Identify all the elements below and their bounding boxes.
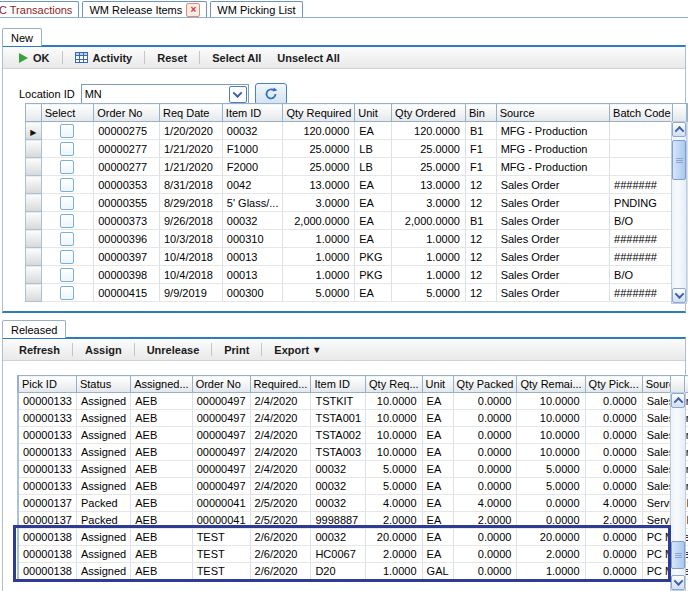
row-checkbox[interactable] [60, 268, 74, 282]
row-checkbox[interactable] [60, 196, 74, 210]
assign-button[interactable]: Assign [77, 342, 130, 358]
combo-dropdown-button[interactable] [229, 86, 247, 103]
table-row[interactable]: ▶000002751/20/202000032120.0000EA120.000… [26, 122, 688, 140]
column-header[interactable]: Item ID [311, 376, 366, 393]
cell: 0.0000 [585, 461, 642, 478]
table-row[interactable]: 0000039810/4/2018000131.0000PKG1.000012S… [26, 266, 688, 284]
row-selector[interactable] [26, 284, 42, 302]
column-header[interactable]: Req Date [159, 104, 222, 122]
table-row[interactable]: 00000133AssignedAEB000004972/4/2020TSTA0… [18, 410, 688, 427]
location-id-combo[interactable]: MN [81, 84, 249, 105]
tab-released[interactable]: Released [2, 320, 66, 338]
column-header[interactable]: Select [41, 104, 94, 122]
column-header[interactable]: Qty Req... [366, 376, 423, 393]
table-row[interactable]: 00000133AssignedAEB000004972/4/2020TSTA0… [18, 444, 688, 461]
ok-button[interactable]: OK [11, 50, 58, 66]
table-row[interactable]: 00000138AssignedAEBTEST2/6/2020HC00672.0… [18, 546, 688, 563]
table-row[interactable]: 0000039710/4/2018000131.0000PKG1.000012S… [26, 248, 688, 266]
column-header[interactable]: Qty Packed [453, 376, 517, 393]
reset-button[interactable]: Reset [149, 50, 195, 66]
vertical-scrollbar[interactable] [671, 121, 687, 304]
tab-c-transactions[interactable]: C Transactions [0, 1, 79, 17]
cell: 4.0000 [585, 495, 642, 512]
cell: 0.0000 [453, 563, 517, 580]
table-row[interactable]: 00000133AssignedAEB000004972/4/202000032… [18, 478, 688, 495]
cell: 00013 [222, 248, 283, 266]
table-row[interactable]: 000003558/29/20185' Glass/...3.0000EA3.0… [26, 194, 688, 212]
refresh-button[interactable]: Refresh [11, 342, 68, 358]
play-icon [19, 53, 28, 63]
row-selector[interactable] [26, 266, 42, 284]
column-header[interactable]: Qty Ordered [392, 104, 466, 122]
table-row[interactable]: 00000138AssignedAEBTEST2/6/20200003220.0… [18, 529, 688, 546]
column-header[interactable]: Assigned... [131, 376, 192, 393]
table-row[interactable]: 000004159/9/20190003005.0000EA5.000012Sa… [26, 284, 688, 302]
scroll-up-button[interactable] [671, 393, 685, 408]
close-icon[interactable]: × [186, 3, 200, 17]
tab-wm-release-items[interactable]: WM Release Items × [82, 1, 207, 17]
table-row[interactable]: 00000138AssignedAEBTEST2/6/2020D201.0000… [18, 563, 688, 580]
table-row[interactable]: 00000137PackedAEB000000412/5/20209998887… [18, 512, 688, 529]
unselect-all-button[interactable]: Unselect All [269, 50, 348, 66]
row-checkbox[interactable] [60, 142, 74, 156]
table-row[interactable]: 000003739/26/2018000322,000.0000EA2,000.… [26, 212, 688, 230]
vertical-scrollbar[interactable] [670, 392, 686, 591]
scroll-down-button[interactable] [672, 288, 686, 303]
unrelease-button[interactable]: Unrelease [139, 342, 208, 358]
table-row[interactable]: 00000133AssignedAEB000004972/4/202000032… [18, 461, 688, 478]
column-header[interactable]: Qty Remai... [517, 376, 585, 393]
column-header[interactable]: Required... [250, 376, 311, 393]
table-row[interactable]: 0000039610/3/20180003101.0000EA1.000012S… [26, 230, 688, 248]
table-row[interactable]: 00000137PackedAEB000000412/5/2020000324.… [18, 495, 688, 512]
row-selector[interactable]: ▶ [26, 122, 42, 140]
row-checkbox[interactable] [60, 286, 74, 300]
column-header[interactable]: Item ID [222, 104, 283, 122]
scroll-down-button[interactable] [671, 575, 685, 590]
scroll-thumb[interactable] [672, 140, 686, 180]
row-checkbox[interactable] [60, 232, 74, 246]
location-refresh-button[interactable] [255, 83, 287, 105]
table-row[interactable]: 00000133AssignedAEB000004972/4/2020TSTA0… [18, 427, 688, 444]
scroll-thumb[interactable] [671, 541, 685, 569]
column-header[interactable]: Source [496, 104, 609, 122]
export-button[interactable]: Export ▾ [266, 342, 327, 358]
column-header[interactable]: Bin [465, 104, 496, 122]
row-selector[interactable] [26, 176, 42, 194]
column-header[interactable]: Batch Code [610, 104, 676, 122]
column-header[interactable]: Status [76, 376, 130, 393]
row-selector[interactable] [26, 230, 42, 248]
table-row[interactable]: 000003538/31/2018004213.0000EA13.000012S… [26, 176, 688, 194]
column-header[interactable]: Qty Pick... [585, 376, 642, 393]
table-row[interactable]: 00000133AssignedAEB000004972/4/2020TSTKI… [18, 393, 688, 410]
tab-new[interactable]: New [2, 28, 42, 46]
row-checkbox[interactable] [60, 160, 74, 174]
cell [610, 140, 676, 158]
activity-button[interactable]: Activity [67, 50, 141, 66]
new-toolbar: OK Activity Reset Select All Unselect Al… [3, 47, 685, 69]
row-checkbox[interactable] [60, 250, 74, 264]
table-row[interactable]: 000002771/21/2020F100025.0000LB25.0000F1… [26, 140, 688, 158]
scroll-up-button[interactable] [672, 122, 686, 137]
cell: 00000497 [192, 410, 250, 427]
row-selector[interactable] [26, 158, 42, 176]
column-header[interactable]: Unit [422, 376, 453, 393]
table-row[interactable]: 000002771/21/2020F200025.0000LB25.0000F1… [26, 158, 688, 176]
row-selector[interactable] [26, 248, 42, 266]
row-checkbox[interactable] [60, 124, 74, 138]
row-selector[interactable] [26, 212, 42, 230]
tab-wm-picking-list[interactable]: WM Picking List [210, 1, 302, 17]
row-selector[interactable] [26, 140, 42, 158]
print-button[interactable]: Print [216, 342, 257, 358]
row-selector[interactable] [26, 194, 42, 212]
cell: 3.0000 [283, 194, 355, 212]
column-header[interactable]: Order No [94, 104, 160, 122]
row-checkbox[interactable] [60, 214, 74, 228]
row-checkbox[interactable] [60, 178, 74, 192]
select-all-button[interactable]: Select All [204, 50, 269, 66]
select-cell [41, 158, 94, 176]
cell: EA [355, 284, 392, 302]
column-header[interactable]: Pick ID [19, 376, 77, 393]
column-header[interactable]: Order No [192, 376, 250, 393]
column-header[interactable]: Qty Required [283, 104, 355, 122]
column-header[interactable]: Unit [355, 104, 392, 122]
